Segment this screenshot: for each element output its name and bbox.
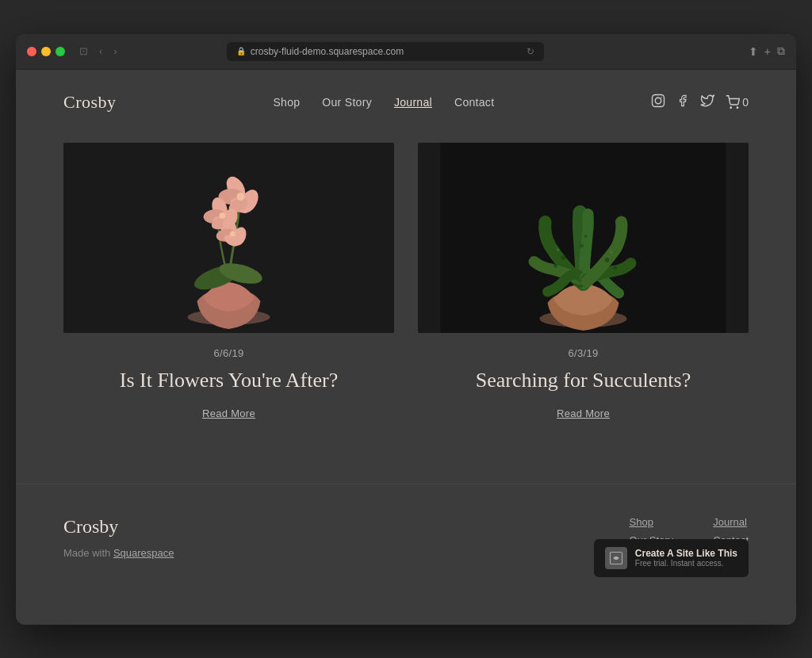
twitter-icon[interactable] [700, 94, 714, 111]
svg-point-4 [737, 107, 738, 109]
browser-nav-controls: ⊡ ‹ › [76, 44, 121, 59]
footer-logo: Crosby [63, 516, 174, 537]
squarespace-link[interactable]: Squarespace [113, 547, 174, 559]
svg-point-30 [605, 258, 610, 262]
posts-grid: 6/6/19 Is It Flowers You're After? Read … [63, 143, 749, 421]
cart-icon[interactable]: 0 [726, 95, 749, 109]
instagram-icon[interactable] [651, 94, 665, 111]
website-wrapper: Crosby Shop Our Story Journal Contact [16, 70, 796, 625]
nav-links: Shop Our Story Journal Contact [273, 96, 494, 109]
svg-point-25 [230, 231, 236, 236]
post-date-2: 6/3/19 [418, 347, 749, 359]
forward-button[interactable]: › [110, 44, 120, 59]
traffic-lights [27, 47, 65, 56]
main-content: 6/6/19 Is It Flowers You're After? Read … [16, 135, 796, 484]
svg-point-34 [557, 248, 560, 251]
new-tab-button[interactable]: + [764, 44, 771, 58]
footer-left: Crosby Made with Squarespace [63, 516, 174, 559]
duplicate-button[interactable]: ⧉ [777, 44, 785, 58]
lock-icon: 🔒 [236, 47, 246, 55]
post-title-2: Searching for Succulents? [418, 367, 749, 394]
svg-point-31 [613, 266, 617, 270]
nav-our-story[interactable]: Our Story [322, 96, 372, 109]
nav: Crosby Shop Our Story Journal Contact [16, 70, 796, 135]
post-card-2: 6/3/19 Searching for Succulents? Read Mo… [418, 143, 749, 421]
badge-title: Create A Site Like This [635, 548, 737, 559]
badge-subtitle: Free trial. Instant access. [635, 559, 737, 568]
nav-shop[interactable]: Shop [273, 96, 300, 109]
footer-journal-link[interactable]: Journal [713, 516, 749, 528]
address-bar[interactable]: 🔒 crosby-fluid-demo.squarespace.com ↻ [227, 42, 544, 61]
squarespace-badge-icon [605, 547, 627, 569]
facebook-icon[interactable] [676, 94, 689, 111]
svg-point-29 [553, 263, 557, 267]
svg-rect-0 [653, 94, 665, 106]
browser-actions: ⬆ + ⧉ [749, 44, 785, 58]
squarespace-badge-text: Create A Site Like This Free trial. Inst… [635, 548, 737, 568]
post-image-1[interactable] [63, 143, 394, 333]
svg-point-1 [655, 98, 661, 104]
sidebar-toggle[interactable]: ⊡ [76, 44, 91, 59]
nav-right: 0 [651, 94, 749, 111]
back-button[interactable]: ‹ [96, 44, 105, 59]
post-title-1: Is It Flowers You're After? [63, 367, 394, 394]
browser-window: ⊡ ‹ › 🔒 crosby-fluid-demo.squarespace.co… [16, 34, 796, 625]
post-card-1: 6/6/19 Is It Flowers You're After? Read … [63, 143, 394, 421]
maximize-button[interactable] [56, 47, 65, 56]
svg-point-3 [730, 107, 732, 109]
read-more-2[interactable]: Read More [557, 407, 610, 419]
svg-point-14 [237, 193, 245, 201]
site-logo[interactable]: Crosby [63, 92, 117, 113]
post-date-1: 6/6/19 [63, 347, 394, 359]
footer-shop-link[interactable]: Shop [630, 516, 674, 528]
svg-point-35 [610, 251, 613, 254]
svg-point-28 [561, 255, 566, 260]
squarespace-badge[interactable]: Create A Site Like This Free trial. Inst… [594, 539, 749, 577]
close-button[interactable] [27, 47, 36, 56]
url-text: crosby-fluid-demo.squarespace.com [251, 46, 404, 57]
nav-contact[interactable]: Contact [454, 96, 494, 109]
cart-count: 0 [742, 96, 749, 109]
post-image-2[interactable] [418, 143, 749, 333]
svg-point-32 [580, 243, 584, 247]
nav-journal[interactable]: Journal [394, 96, 432, 109]
minimize-button[interactable] [41, 47, 51, 56]
browser-chrome: ⊡ ‹ › 🔒 crosby-fluid-demo.squarespace.co… [16, 34, 796, 70]
share-button[interactable]: ⬆ [749, 44, 758, 58]
footer-made-with: Made with Squarespace [63, 547, 174, 559]
svg-point-20 [220, 212, 226, 219]
read-more-1[interactable]: Read More [202, 407, 255, 419]
svg-point-33 [584, 235, 588, 238]
reload-icon: ↻ [527, 46, 534, 57]
svg-point-2 [661, 97, 663, 98]
